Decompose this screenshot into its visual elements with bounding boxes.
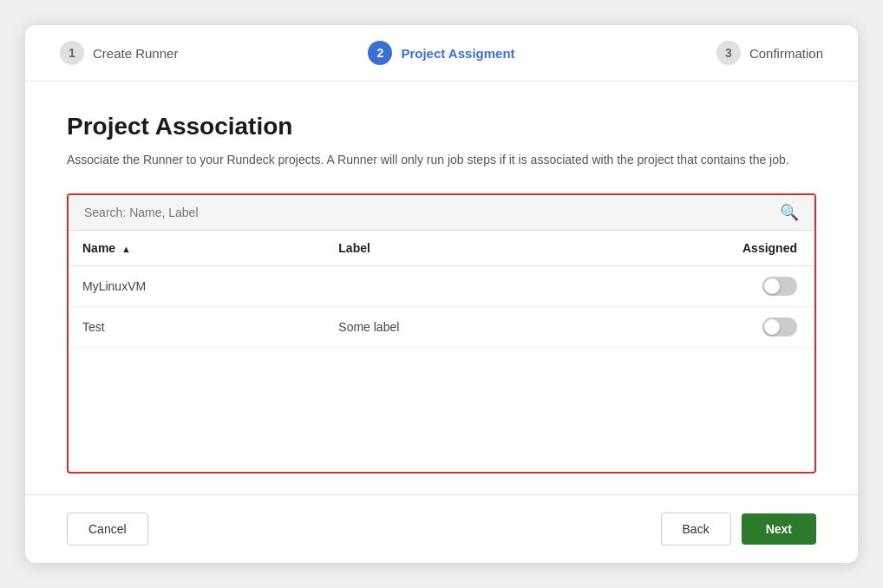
footer-right-actions: Back Next (661, 513, 816, 546)
footer: Cancel Back Next (25, 494, 858, 563)
page-title: Project Association (67, 113, 816, 140)
assigned-toggle[interactable] (762, 277, 797, 296)
cell-project-name: Test (69, 307, 324, 348)
step-confirmation: 3 Confirmation (569, 41, 823, 65)
sort-arrow-icon: ▲ (121, 244, 131, 254)
assigned-toggle[interactable] (762, 317, 797, 336)
cancel-button[interactable]: Cancel (67, 513, 148, 546)
table-header-row: Name ▲ Label Assigned (69, 231, 814, 266)
search-bar: 🔍 (69, 195, 814, 231)
search-input[interactable] (81, 195, 776, 230)
projects-table: Name ▲ Label Assigned MyLinuxVMTestSome … (69, 231, 814, 348)
step-2-number: 2 (368, 41, 392, 65)
stepper: 1 Create Runner 2 Project Assigment 3 Co… (25, 25, 858, 82)
modal-container: 1 Create Runner 2 Project Assigment 3 Co… (25, 25, 858, 563)
page-description: Associate the Runner to your Rundeck pro… (67, 151, 816, 169)
step-3-number: 3 (716, 41, 741, 65)
cell-project-name: MyLinuxVM (69, 266, 324, 307)
search-icon: 🔍 (780, 204, 799, 221)
cell-project-label (324, 266, 573, 307)
step-3-label: Confirmation (749, 46, 823, 61)
next-button[interactable]: Next (742, 513, 816, 545)
table-row: TestSome label (69, 307, 814, 348)
col-header-name: Name ▲ (69, 231, 324, 266)
cell-project-label: Some label (324, 307, 573, 348)
col-header-label: Label (324, 231, 573, 266)
step-1-label: Create Runner (93, 46, 178, 61)
step-create-runner: 1 Create Runner (60, 41, 314, 65)
content-area: Project Association Associate the Runner… (25, 82, 858, 494)
step-2-label: Project Assigment (401, 46, 514, 61)
step-1-number: 1 (60, 41, 84, 65)
projects-table-container: 🔍 Name ▲ Label Assigned MyLinuxVM (67, 193, 816, 474)
search-button[interactable]: 🔍 (776, 199, 802, 225)
cell-project-assigned (573, 266, 814, 307)
col-header-assigned: Assigned (573, 231, 814, 266)
step-project-assignment: 2 Project Assigment (314, 41, 568, 65)
back-button[interactable]: Back (661, 513, 731, 546)
table-row: MyLinuxVM (69, 266, 814, 307)
cell-project-assigned (573, 307, 814, 348)
